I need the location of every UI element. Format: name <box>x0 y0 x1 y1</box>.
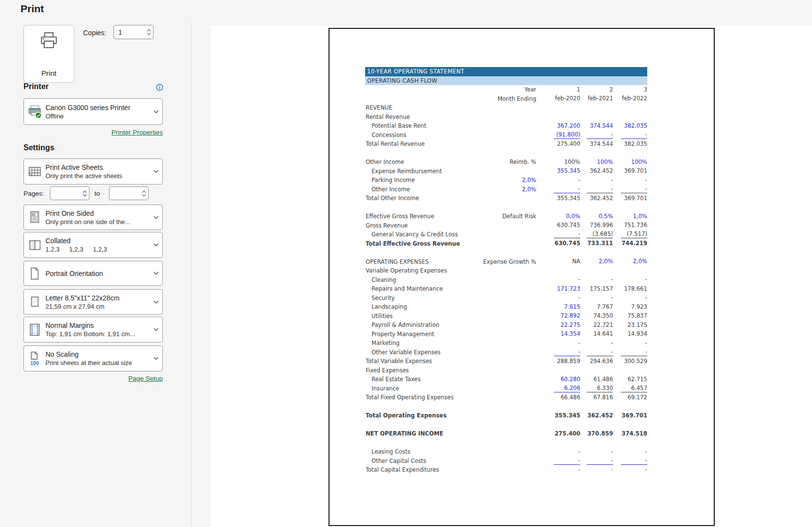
sheet-cell: 100% <box>536 159 580 166</box>
sheet-row <box>365 420 647 430</box>
stepper-arrows-icon[interactable] <box>139 190 148 197</box>
sheet-row <box>365 402 647 412</box>
sheet-cell: 62.715 <box>613 376 647 383</box>
panel-divider <box>191 23 192 527</box>
portrait-icon <box>24 266 45 281</box>
sheet-cell: 22.721 <box>580 321 613 329</box>
sheet-cell: 288.859 <box>536 358 580 365</box>
sheet-cell: 374.544 <box>580 140 613 148</box>
chevron-down-icon <box>150 170 162 173</box>
sheet-cell: 2,0% <box>580 258 613 265</box>
sheet-row: Total Fixed Operating Expenses66.48667.8… <box>365 393 647 402</box>
sheet-row: Total Other Income355.345362.452369.701 <box>365 194 647 203</box>
printer-properties-link[interactable]: Printer Properties <box>23 129 163 136</box>
sheet-cell: 362.452 <box>580 412 613 419</box>
sheet-cell: 175.157 <box>580 285 613 293</box>
sheet-row: Parking Income2,0%--- <box>365 176 647 185</box>
print-button[interactable]: Print <box>23 25 74 83</box>
margins-select[interactable]: Normal Margins Top: 1,91 cm Bottom: 1,91… <box>23 317 163 343</box>
settings-heading: Settings <box>23 143 54 152</box>
sheet-cell: 744.219 <box>613 240 647 247</box>
sheet-cell: - <box>580 177 613 184</box>
sheet-row: Total Rental Revenue275.400374.544382.03… <box>365 139 647 149</box>
sheet-cell: - <box>580 185 613 193</box>
sheet-title: 10-YEAR OPERATING STATEMENT <box>365 67 647 76</box>
printer-icon <box>38 31 60 52</box>
sheet-subtitle: OPERATING CASH FLOW <box>365 76 647 86</box>
stepper-arrows-icon[interactable] <box>144 29 153 35</box>
sheet-cell: - <box>536 457 580 465</box>
sheet-cell: 3 <box>613 86 647 93</box>
paper-size-select[interactable]: Letter 8.5"x11" 22x28cm 21,59 cm x 27,94… <box>23 289 163 315</box>
sheet-cell: 100% <box>613 159 647 166</box>
svg-text:100: 100 <box>30 360 39 366</box>
sheet-cell: 2,0% <box>613 258 647 265</box>
sheet-cell: - <box>580 276 613 283</box>
sheet-cell: - <box>580 131 613 139</box>
sheet-cell: - <box>613 466 647 474</box>
sheet-cell: 275.400 <box>536 140 580 148</box>
sheet-cell: - <box>580 466 613 474</box>
collation-select[interactable]: Collated 1,2,3 1,2,3 1,2,3 <box>23 232 163 258</box>
sheet-row: Potential Base Rent367.200374.544382.035 <box>365 121 647 131</box>
sheet-cell: (3.685) <box>580 230 613 238</box>
sheet-row: Month Endingfeb-2020feb-2021feb-2022 <box>365 94 647 104</box>
pages-to-label: to <box>94 190 100 197</box>
sheet-cell: 0,5% <box>580 213 613 220</box>
sheet-cell: - <box>613 348 647 356</box>
sheet-row: Cleaning--- <box>365 275 647 285</box>
sheet-cell: 382.035 <box>613 122 647 130</box>
sheet-cell: 67.816 <box>580 394 613 401</box>
sheet-cell: 1 <box>536 86 580 93</box>
sheet-row: Security--- <box>365 294 647 303</box>
print-dialog: Print Print Copies: 1 Printer <box>0 0 812 527</box>
paper-size-icon <box>24 295 45 309</box>
copies-stepper[interactable]: 1 <box>113 25 154 39</box>
sheet-cell: 355.345 <box>536 167 580 175</box>
sheet-row: Expense Reimbursement355.345362.452369.7… <box>365 167 647 176</box>
print-preview: 10-YEAR OPERATING STATEMENTOPERATING CAS… <box>210 25 812 527</box>
print-button-label: Print <box>42 69 57 77</box>
chevron-down-icon <box>150 243 162 247</box>
sheet-row: NET OPERATING INCOME275.400370.859374.51… <box>365 429 647 438</box>
sheet-cell: 69.172 <box>613 394 647 401</box>
print-what-select[interactable]: Print Active Sheets Only print the activ… <box>23 159 163 184</box>
page-setup-link[interactable]: Page Setup <box>23 375 163 382</box>
sheet-cell: - <box>613 457 647 465</box>
pages-to-input[interactable] <box>109 186 149 200</box>
sheet-cell: - <box>536 185 580 193</box>
sheet-cell: 382.035 <box>613 140 647 148</box>
orientation-select[interactable]: Portrait Orientation <box>23 261 163 286</box>
sheet-cell: - <box>536 466 580 474</box>
operating-statement: 10-YEAR OPERATING STATEMENTOPERATING CAS… <box>365 67 647 475</box>
sheet-cell: 369.701 <box>613 412 647 419</box>
sheet-cell: - <box>580 457 613 465</box>
sheet-cell: - <box>580 448 613 456</box>
sheet-cell: - <box>613 177 647 184</box>
scaling-select[interactable]: 100 No Scaling Print sheets at their act… <box>23 345 163 371</box>
sheet-cell: - <box>536 230 580 238</box>
sheet-cell: 22.275 <box>536 321 580 329</box>
sheet-row: Other Income2,0%--- <box>365 185 647 194</box>
sheet-cell: 374.544 <box>580 122 613 130</box>
chevron-down-icon <box>150 272 162 275</box>
sheet-cell: 367.200 <box>536 122 580 130</box>
sheet-cell: - <box>536 448 580 456</box>
sheet-cell: NA <box>536 258 580 265</box>
sheet-row <box>365 203 647 212</box>
sheet-row: Other Variable Expenses--- <box>365 348 647 357</box>
info-icon[interactable] <box>156 84 163 93</box>
scaling-icon: 100 <box>24 351 45 367</box>
sheet-cell: 100% <box>580 159 613 166</box>
sheet-row: Payroll & Administration22.27522.72123.1… <box>365 321 647 330</box>
duplex-select[interactable]: Print One Sided Only print on one side o… <box>23 205 163 230</box>
sheet-row: Total Effective Gross Revenue630.745733.… <box>365 239 647 249</box>
sheet-row: Leasing Costs--- <box>365 447 647 457</box>
sheet-cell: - <box>536 276 580 283</box>
sheet-cell: 1,0% <box>613 213 647 220</box>
stepper-arrows-icon[interactable] <box>80 190 89 197</box>
sheet-cell: - <box>613 131 647 139</box>
sheet-cell: 60.280 <box>536 376 580 383</box>
pages-from-input[interactable] <box>50 186 89 200</box>
printer-select[interactable]: Canon G3000 series Printer Offline <box>23 98 163 125</box>
